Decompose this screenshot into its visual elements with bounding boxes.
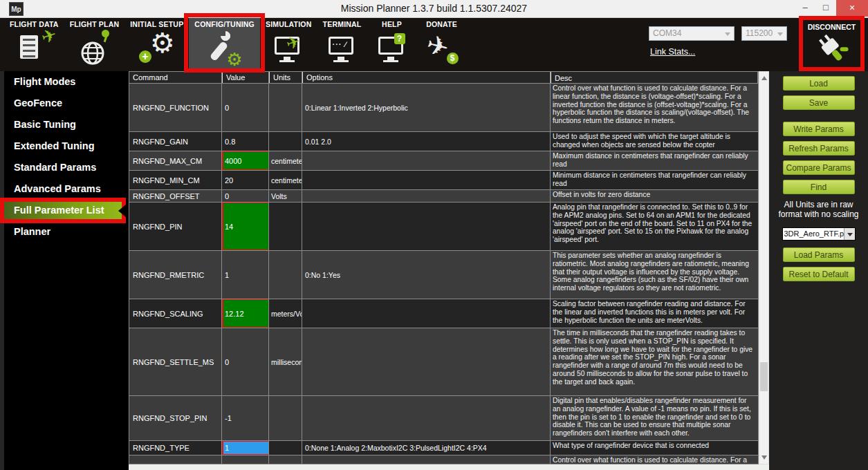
load-button[interactable]: Load <box>783 76 855 91</box>
param-units <box>269 84 302 131</box>
window-title: Mission Planner 1.3.7 build 1.1.5307.240… <box>0 3 868 14</box>
sidebar-item-extended-tuning[interactable]: Extended Tuning <box>4 135 129 157</box>
param-desc: Scaling factor between rangefinder readi… <box>551 299 758 328</box>
refresh-params-button[interactable]: Refresh Params <box>783 141 855 156</box>
sidebar-item-geofence[interactable]: GeoFence <box>4 93 129 114</box>
full-parameter-table: Command Value Units Options Desc RNGFND_… <box>129 71 759 464</box>
tab-donate[interactable]: DONATE ✈ $ <box>417 18 467 71</box>
flight-data-icon: ✈ <box>15 30 53 66</box>
param-desc: Digital pin that enables/disables rangef… <box>551 396 758 440</box>
write-params-button[interactable]: Write Params <box>783 122 855 136</box>
param-desc: Used to adjust the speed with which the … <box>551 132 758 151</box>
title-bar: Mp✈ Mission Planner 1.3.7 build 1.1.5307… <box>0 0 868 18</box>
tab-terminal[interactable]: TERMINAL ··· ∕ <box>317 18 367 71</box>
chevron-down-icon <box>844 228 855 240</box>
param-row-rngfnd_min_cm[interactable]: RNGFND_MIN_CM20centimetersMinimum distan… <box>129 171 758 190</box>
param-value-cell[interactable]: 0 <box>222 84 269 131</box>
param-value-cell[interactable]: 12.12 <box>222 299 269 328</box>
sidebar-item-advanced-params[interactable]: Advanced Params <box>4 178 129 200</box>
param-options <box>302 328 551 395</box>
scroll-up-icon[interactable] <box>761 76 767 80</box>
param-options: 0:Linear 1:Inverted 2:Hyperbolic <box>302 84 551 131</box>
main-tabs: FLIGHT DATA ✈ FLIGHT PLAN <box>4 18 467 71</box>
param-name: RNGFND_PIN <box>129 203 222 250</box>
param-value-cell[interactable]: 20 <box>222 171 269 189</box>
param-row-partial[interactable]: Control over what function is used to ca… <box>129 455 758 464</box>
help-icon: ? <box>373 30 412 66</box>
find-button[interactable]: Find <box>783 180 855 194</box>
minimize-button[interactable]: – <box>795 0 815 17</box>
tab-simulation[interactable]: SIMULATION ✈ <box>260 18 317 71</box>
param-row-rngfnd_rmetric[interactable]: RNGFND_RMETRIC10:No 1:YesThis parameter … <box>129 251 758 299</box>
sidebar-item-flight-modes[interactable]: Flight Modes <box>4 71 129 93</box>
table-header: Command Value Units Options Desc <box>129 72 758 84</box>
param-row-rngfnd_pin[interactable]: RNGFND_PIN14Analog pin that rangefinder … <box>129 203 758 251</box>
table-body: RNGFND_FUNCTION00:Linear 1:Inverted 2:Hy… <box>129 84 758 464</box>
params-action-panel: Load Save Write Params Refresh Params Co… <box>769 71 868 470</box>
param-options <box>302 299 551 328</box>
raw-units-note: All Units are in raw format with no scal… <box>773 200 865 219</box>
window-bottom-edge <box>129 464 769 470</box>
tab-flight-plan[interactable]: FLIGHT PLAN <box>64 18 125 71</box>
param-row-rngfnd_offset[interactable]: RNGFND_OFFSET0VoltsOffset in volts for z… <box>129 190 758 203</box>
param-value-cell[interactable] <box>222 455 269 464</box>
param-desc: Control over what function is used to ca… <box>551 455 758 464</box>
param-options <box>302 190 551 202</box>
param-value-cell[interactable]: 4000 <box>222 151 269 170</box>
param-value-cell[interactable]: 1 <box>222 251 269 299</box>
scroll-down-icon[interactable] <box>761 455 767 460</box>
param-file-select[interactable]: 3DR_Aero_RTF.p <box>782 227 856 241</box>
column-header-command: Command <box>129 72 222 83</box>
sidebar-item-planner[interactable]: Planner <box>4 221 129 243</box>
com-port-select[interactable]: COM34 <box>649 26 735 41</box>
param-value-cell[interactable]: 0 <box>222 328 269 395</box>
param-options: 0:None 1:Analog 2:MaxbotixI2C 3:PulsedLi… <box>302 441 551 455</box>
param-units <box>269 396 302 440</box>
param-row-rngfnd_gain[interactable]: RNGFND_GAIN0.80.01 2.0Used to adjust the… <box>129 132 758 151</box>
param-units <box>269 132 302 151</box>
column-header-options: Options <box>302 72 551 83</box>
close-button[interactable]: × <box>836 0 868 17</box>
sidebar-item-basic-tuning[interactable]: Basic Tuning <box>4 114 129 135</box>
param-units: milliseconds <box>269 328 302 395</box>
disconnect-button[interactable]: DISCONNECT <box>799 16 865 70</box>
tab-config-tuning[interactable]: CONFIG/TUNING ⚙ <box>189 18 260 71</box>
param-name: RNGFND_MAX_CM <box>129 151 222 170</box>
reset-to-default-button[interactable]: Reset to Default <box>783 267 855 281</box>
initial-setup-icon: ⚙ + <box>138 30 176 66</box>
table-scrollbar[interactable] <box>759 71 769 464</box>
param-units <box>269 441 302 455</box>
param-value-cell[interactable]: -1 <box>222 396 269 440</box>
compare-params-button[interactable]: Compare Params <box>783 160 855 175</box>
param-value-cell[interactable]: 0.8 <box>222 132 269 151</box>
load-params-button[interactable]: Load Params <box>783 247 855 262</box>
tab-flight-data[interactable]: FLIGHT DATA ✈ <box>4 18 64 71</box>
param-row-rngfnd_max_cm[interactable]: RNGFND_MAX_CM4000centimetersMaximum dist… <box>129 151 758 171</box>
flight-plan-icon <box>75 30 113 66</box>
param-value-cell[interactable]: 14 <box>222 203 269 250</box>
param-row-rngfnd_function[interactable]: RNGFND_FUNCTION00:Linear 1:Inverted 2:Hy… <box>129 84 758 132</box>
link-stats-link[interactable]: Link Stats... <box>650 47 695 57</box>
param-row-rngfnd_stop_pin[interactable]: RNGFND_STOP_PIN-1Digital pin that enable… <box>129 396 758 441</box>
terminal-icon: ··· ∕ <box>323 30 362 66</box>
sidebar-item-standard-params[interactable]: Standard Params <box>4 157 129 178</box>
param-row-rngfnd_settle_ms[interactable]: RNGFND_SETTLE_MS0millisecondsThe time in… <box>129 328 758 396</box>
save-button[interactable]: Save <box>783 95 855 110</box>
baud-rate-select[interactable]: 115200 <box>741 26 787 41</box>
scrollbar-thumb[interactable] <box>760 362 768 391</box>
annotation-box-full-parameter-list <box>0 198 126 223</box>
param-row-rngfnd_type[interactable]: RNGFND_TYPE10:None 1:Analog 2:MaxbotixI2… <box>129 441 758 455</box>
sidebar-item-full-parameter-list[interactable]: Full Parameter List <box>4 201 123 220</box>
param-value-cell[interactable]: 0 <box>222 190 269 202</box>
annotation-box-value <box>222 441 269 455</box>
param-value-cell[interactable]: 1 <box>222 441 269 455</box>
tab-initial-setup[interactable]: INITIAL SETUP ⚙ + <box>124 18 189 71</box>
param-name: RNGFND_GAIN <box>129 132 222 151</box>
param-row-rngfnd_scaling[interactable]: RNGFND_SCALING12.12meters/VoltScaling fa… <box>129 299 758 328</box>
param-units <box>269 455 302 464</box>
param-units: Volts <box>269 190 302 202</box>
param-name: RNGFND_OFFSET <box>129 190 222 202</box>
param-units: centimeters <box>269 151 302 170</box>
tab-help[interactable]: HELP ? <box>367 18 417 71</box>
maximize-button[interactable]: □ <box>815 0 836 17</box>
